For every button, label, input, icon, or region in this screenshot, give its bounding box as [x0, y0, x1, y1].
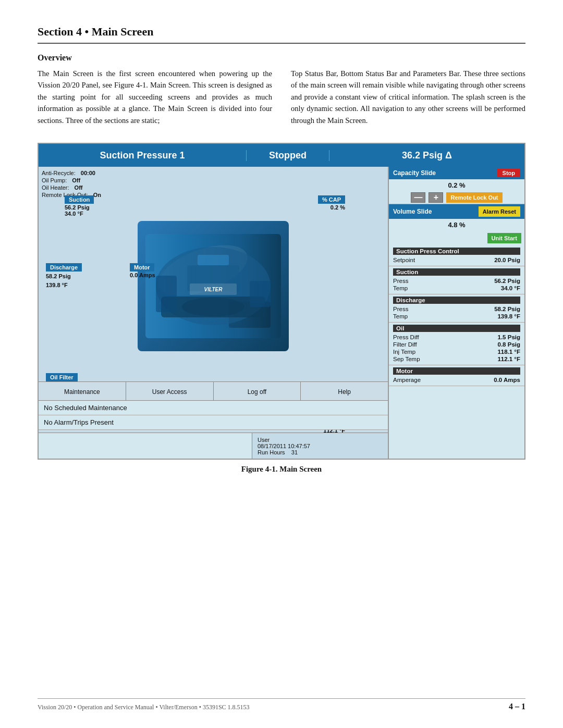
figure-container: Suction Pressure 1 Stopped 36.2 Psig Δ A… — [38, 143, 525, 474]
remote-lock-value: On — [93, 192, 101, 198]
compressor-image: VILTER — [138, 221, 289, 351]
discharge-press-label: Press — [393, 306, 408, 312]
oil-inj-temp-row: Inj Temp 118.1 °F — [393, 348, 520, 355]
svg-rect-4 — [250, 281, 271, 307]
suction-press-label: Press — [393, 278, 408, 284]
oil-pump-label: Oil Pump: — [42, 177, 67, 183]
oil-filter-diff-row: Filter Diff 0.8 Psig — [393, 341, 520, 348]
oil-sep-temp-row: Sep Temp 112.1 °F — [393, 355, 520, 363]
user-label: User — [258, 437, 383, 443]
suction-box: Suction — [65, 195, 94, 204]
discharge-temp-label: Temp — [393, 313, 408, 319]
user-run-hours: Run Hours 31 — [258, 449, 383, 455]
volume-slide-percent: 4.8 % — [389, 219, 524, 231]
suction-press-row: Press 56.2 Psig — [393, 277, 520, 285]
bottom-nav: Maintenance User Access Log off Help — [39, 381, 388, 401]
user-info-left — [39, 433, 252, 459]
motor-box: Motor — [130, 263, 154, 272]
anti-recycle-label: Anti-Recycle: — [42, 170, 76, 176]
stop-button[interactable]: Stop — [497, 169, 520, 177]
volume-slide-header: Volume Slide Alarm Reset — [389, 204, 524, 219]
suction-temp-row: Temp 34.0 °F — [393, 285, 520, 292]
main-content: Anti-Recycle: 00:00 Oil Pump: Off Oil He… — [39, 167, 524, 459]
suction-title: Suction — [393, 268, 520, 276]
motor-values: 0.0 Amps — [130, 272, 155, 278]
remote-lockout-button[interactable]: Remote Lock Out — [446, 192, 502, 203]
right-sidebar: Capacity Slide Stop 0.2 % — + Remote Loc… — [388, 167, 524, 459]
maintenance-button[interactable]: Maintenance — [39, 382, 126, 401]
volume-slide-section: Volume Slide Alarm Reset 4.8 % — [389, 204, 524, 231]
page: Section 4 • Main Screen Overview The Mai… — [0, 0, 563, 513]
suction-temp: 34.0 °F — [65, 211, 90, 217]
left-panel: Anti-Recycle: 00:00 Oil Pump: Off Oil He… — [39, 167, 388, 459]
discharge-values: 58.2 Psig 139.8 °F — [46, 272, 71, 289]
setpoint-value: 20.0 Psig — [494, 257, 520, 263]
oil-heater-row: Oil Heater: Off — [42, 184, 101, 191]
capacity-slide-header: Capacity Slide Stop — [389, 167, 524, 179]
capacity-increase-button[interactable]: + — [429, 192, 443, 203]
help-button[interactable]: Help — [301, 382, 388, 401]
status-info: Anti-Recycle: 00:00 Oil Pump: Off Oil He… — [42, 170, 385, 198]
figure-caption: Figure 4-1. Main Screen — [241, 465, 322, 474]
oil-pump-row: Oil Pump: Off — [42, 177, 101, 183]
oil-filter-diff-value: 0.8 Psig — [498, 341, 520, 348]
user-info-row: User 08/17/2011 10:47:57 Run Hours 31 — [39, 433, 388, 459]
motor-amperage-label: Amperage — [393, 377, 421, 383]
overview-col-2: Top Status Bar, Bottom Status Bar and Pa… — [291, 68, 525, 126]
user-datetime: 08/17/2011 10:47:57 — [258, 443, 383, 449]
motor-amperage-row: Amperage 0.0 Amps — [393, 376, 520, 384]
oil-inj-temp-label: Inj Temp — [393, 349, 415, 355]
footer-text: Vission 20/20 • Operation and Service Ma… — [38, 704, 250, 711]
section-divider — [38, 43, 525, 44]
svg-rect-3 — [156, 276, 177, 312]
oil-heater-label: Oil Heater: — [42, 184, 69, 191]
main-screen: Suction Pressure 1 Stopped 36.2 Psig Δ A… — [38, 143, 525, 460]
discharge-box: Discharge — [46, 263, 82, 272]
discharge-temp-value: 139.8 °F — [497, 313, 520, 319]
overview-title: Overview — [38, 53, 525, 63]
suction-press-value: 56.2 Psig — [494, 278, 520, 284]
user-info-right: User 08/17/2011 10:47:57 Run Hours 31 — [252, 433, 388, 459]
user-access-button[interactable]: User Access — [126, 382, 214, 401]
suction-press-control-section: Suction Press Control Setpoint 20.0 Psig — [389, 245, 524, 266]
oil-filter-diff-label: Filter Diff — [393, 341, 417, 348]
oil-heater-value: Off — [75, 184, 83, 191]
status-label: Stopped — [246, 150, 329, 161]
footer-page: 4 – 1 — [509, 702, 525, 711]
discharge-section: Discharge Press 58.2 Psig Temp 139.8 °F — [389, 294, 524, 323]
capacity-slide-title: Capacity Slide — [393, 169, 436, 177]
unit-start-button[interactable]: Unit Start — [487, 233, 522, 243]
capacity-slide-percent: 0.2 % — [389, 179, 524, 191]
oil-sep-temp-label: Sep Temp — [393, 356, 420, 362]
pressure-delta-label: 36.2 Psig Δ — [329, 150, 524, 161]
alarms-status: No Alarm/Trips Present — [39, 415, 388, 430]
top-status-bar: Suction Pressure 1 Stopped 36.2 Psig Δ — [39, 144, 524, 167]
suction-press-control-title: Suction Press Control — [393, 248, 520, 255]
oil-filter-box: Oil Filter — [46, 373, 78, 381]
overview-col-1: The Main Screen is the first screen enco… — [38, 68, 272, 126]
status-info-col: Anti-Recycle: 00:00 Oil Pump: Off Oil He… — [42, 170, 101, 198]
status-messages: No Scheduled Maintenance No Alarm/Trips … — [39, 400, 388, 430]
anti-recycle-value: 00:00 — [81, 170, 95, 176]
maintenance-status: No Scheduled Maintenance — [39, 401, 388, 415]
motor-section: Motor Amperage 0.0 Amps — [389, 365, 524, 386]
capacity-slide-section: Capacity Slide Stop 0.2 % — + Remote Loc… — [389, 167, 524, 204]
discharge-press-value: 58.2 Psig — [494, 306, 520, 312]
oil-title: Oil — [393, 325, 520, 332]
oil-press-diff-row: Press Diff 1.5 Psig — [393, 334, 520, 341]
motor-title: Motor — [393, 367, 520, 375]
unit-start-row: Unit Start — [389, 231, 524, 245]
capacity-decrease-button[interactable]: — — [411, 192, 425, 203]
suction-pressure-label: Suction Pressure 1 — [39, 150, 246, 161]
percent-cap-box: % CAP — [318, 195, 345, 204]
motor-amperage-value: 0.0 Amps — [494, 377, 520, 383]
suction-values: 56.2 Psig 34.0 °F — [65, 204, 90, 217]
suction-psig: 56.2 Psig — [65, 204, 90, 211]
alarm-reset-button[interactable]: Alarm Reset — [479, 206, 520, 217]
log-off-button[interactable]: Log off — [214, 382, 301, 401]
compressor-svg: VILTER — [145, 234, 281, 338]
discharge-title: Discharge — [393, 297, 520, 304]
compressor-body: VILTER — [145, 234, 281, 338]
percent-cap-values: 0.2 % — [331, 204, 345, 211]
oil-section: Oil Press Diff 1.5 Psig Filter Diff 0.8 … — [389, 323, 524, 365]
